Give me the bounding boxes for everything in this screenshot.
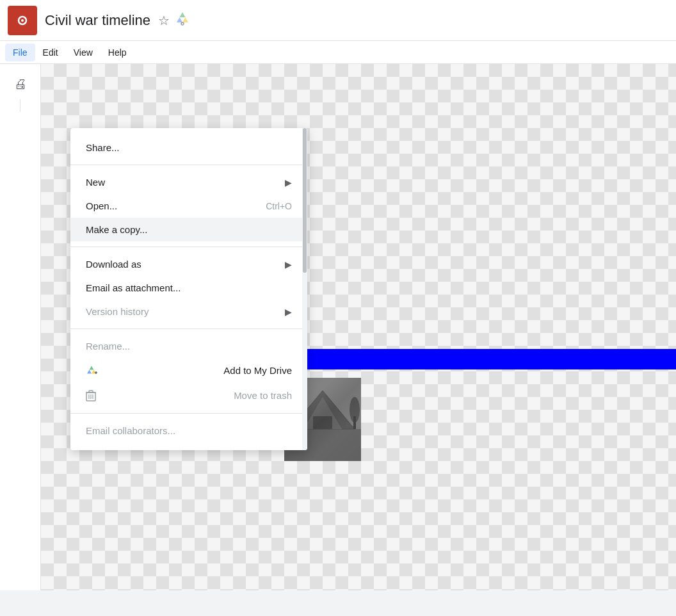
divider-3 — [70, 328, 307, 329]
menu-item-download[interactable]: Download as ▶ — [70, 252, 307, 276]
dropdown-scroll-thumb — [303, 128, 307, 273]
download-submenu-arrow: ▶ — [285, 259, 292, 270]
menu-item-open-label: Open... — [86, 200, 117, 211]
menu-section-share-ops: Download as ▶ Email as attachment... Ver… — [70, 250, 307, 326]
open-shortcut: Ctrl+O — [266, 201, 292, 211]
menu-item-rename-label: Rename... — [86, 341, 130, 352]
dropdown-scrollbar[interactable] — [302, 128, 307, 450]
menu-item-make-copy-label: Make a copy... — [86, 224, 147, 235]
menu-item-add-to-drive[interactable]: Add to My Drive — [70, 358, 307, 383]
menu-edit[interactable]: Edit — [35, 44, 66, 61]
svg-rect-19 — [89, 391, 93, 393]
menu-item-email-collaborators[interactable]: Email collaborators... — [70, 419, 307, 442]
svg-point-2 — [21, 19, 24, 22]
menu-item-share-label: Share... — [86, 142, 120, 153]
menu-item-download-label: Download as — [86, 259, 141, 270]
menu-item-email-attachment-label: Email as attachment... — [86, 282, 181, 293]
divider-2 — [70, 247, 307, 247]
menu-item-new-label: New — [86, 177, 105, 188]
menu-item-email-attachment[interactable]: Email as attachment... — [70, 276, 307, 300]
version-history-submenu-arrow: ▶ — [285, 307, 292, 317]
menu-section-manage: Rename... Add to My Drive — [70, 332, 307, 410]
star-icon[interactable]: ☆ — [158, 13, 170, 28]
menu-bar: File Edit View Help — [0, 41, 676, 64]
menu-item-email-collaborators-label: Email collaborators... — [86, 425, 175, 436]
menu-item-add-to-drive-label: Add to My Drive — [223, 365, 292, 376]
file-dropdown-menu: Share... New ▶ Open... Ctrl+O Make a cop… — [70, 128, 307, 450]
menu-item-rename[interactable]: Rename... — [70, 334, 307, 358]
document-title: Civil war timeline — [45, 12, 150, 29]
menu-section-collab: Email collaborators... — [70, 416, 307, 445]
menu-file[interactable]: File — [5, 44, 35, 61]
title-icons: ☆ — [158, 12, 189, 29]
menu-item-move-to-trash[interactable]: Move to trash — [70, 383, 307, 408]
divider-4 — [70, 413, 307, 414]
menu-item-version-history-label: Version history — [86, 306, 149, 317]
main-content: 🖨 — [0, 64, 676, 590]
drive-icon[interactable] — [175, 12, 189, 29]
trash-icon — [86, 389, 96, 401]
menu-item-move-to-trash-label: Move to trash — [234, 390, 292, 401]
divider-1 — [70, 165, 307, 165]
menu-item-share[interactable]: Share... — [70, 136, 307, 159]
menu-item-open[interactable]: Open... Ctrl+O — [70, 194, 307, 218]
menu-view[interactable]: View — [66, 44, 101, 61]
menu-section-share: Share... — [70, 133, 307, 162]
top-bar: Civil war timeline ☆ — [0, 0, 676, 41]
svg-point-3 — [181, 22, 184, 25]
menu-help[interactable]: Help — [101, 44, 134, 61]
app-icon — [8, 6, 37, 35]
new-submenu-arrow: ▶ — [285, 177, 292, 188]
menu-item-new[interactable]: New ▶ — [70, 170, 307, 194]
drive-add-icon — [86, 364, 97, 377]
menu-item-version-history[interactable]: Version history ▶ — [70, 300, 307, 323]
menu-section-file-ops: New ▶ Open... Ctrl+O Make a copy... — [70, 168, 307, 244]
menu-item-make-copy[interactable]: Make a copy... — [70, 218, 307, 241]
dropdown-overlay: Share... New ▶ Open... Ctrl+O Make a cop… — [0, 64, 676, 590]
